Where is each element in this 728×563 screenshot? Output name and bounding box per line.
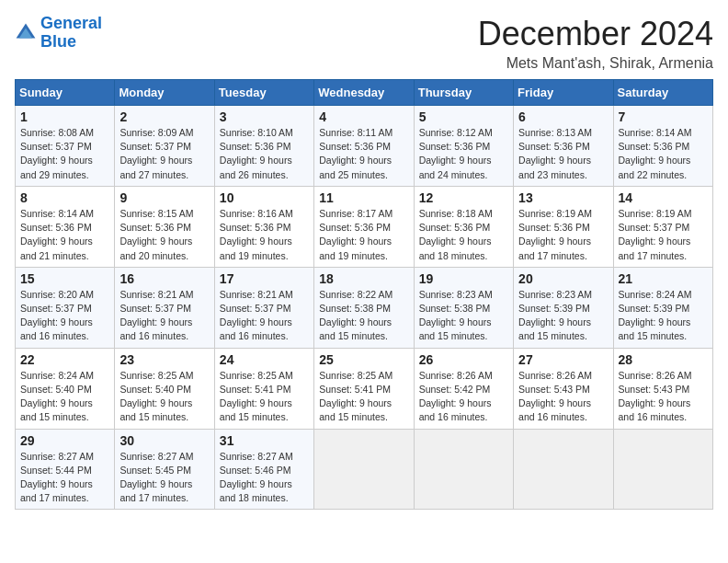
calendar-subtitle: Mets Mant'ash, Shirak, Armenia <box>478 55 713 72</box>
day-number: 9 <box>119 190 209 205</box>
day-number: 6 <box>518 109 608 124</box>
calendar-title: December 2024 <box>478 15 713 53</box>
calendar-cell <box>414 429 513 510</box>
calendar-cell: 24Sunrise: 8:25 AMSunset: 5:41 PMDayligh… <box>214 348 313 429</box>
day-number: 28 <box>619 352 708 367</box>
day-info: Sunrise: 8:16 AMSunset: 5:36 PMDaylight:… <box>220 207 309 263</box>
day-info: Sunrise: 8:26 AMSunset: 5:43 PMDaylight:… <box>518 369 608 425</box>
logo: General Blue <box>15 15 102 52</box>
calendar-cell: 15Sunrise: 8:20 AMSunset: 5:37 PMDayligh… <box>16 267 115 348</box>
calendar-header-row: SundayMondayTuesdayWednesdayThursdayFrid… <box>16 80 713 106</box>
header-day-saturday: Saturday <box>613 80 712 106</box>
calendar-cell: 14Sunrise: 8:19 AMSunset: 5:37 PMDayligh… <box>613 186 712 267</box>
header-day-thursday: Thursday <box>414 80 513 106</box>
day-info: Sunrise: 8:23 AMSunset: 5:39 PMDaylight:… <box>518 288 608 344</box>
day-number: 19 <box>419 271 508 286</box>
calendar-cell: 9Sunrise: 8:15 AMSunset: 5:36 PMDaylight… <box>115 186 214 267</box>
day-number: 21 <box>619 271 708 286</box>
header-day-friday: Friday <box>514 80 613 106</box>
calendar-cell: 27Sunrise: 8:26 AMSunset: 5:43 PMDayligh… <box>514 348 613 429</box>
calendar-cell: 21Sunrise: 8:24 AMSunset: 5:39 PMDayligh… <box>613 267 712 348</box>
day-number: 15 <box>20 271 109 286</box>
day-info: Sunrise: 8:21 AMSunset: 5:37 PMDaylight:… <box>220 288 309 344</box>
day-number: 11 <box>319 190 408 205</box>
calendar-cell: 8Sunrise: 8:14 AMSunset: 5:36 PMDaylight… <box>16 186 115 267</box>
day-number: 25 <box>319 352 408 367</box>
day-info: Sunrise: 8:08 AMSunset: 5:37 PMDaylight:… <box>20 126 109 182</box>
calendar-cell: 25Sunrise: 8:25 AMSunset: 5:41 PMDayligh… <box>314 348 414 429</box>
calendar-cell: 18Sunrise: 8:22 AMSunset: 5:38 PMDayligh… <box>314 267 414 348</box>
calendar-cell: 22Sunrise: 8:24 AMSunset: 5:40 PMDayligh… <box>16 348 115 429</box>
week-row-4: 22Sunrise: 8:24 AMSunset: 5:40 PMDayligh… <box>16 348 713 429</box>
day-number: 31 <box>220 433 309 448</box>
day-info: Sunrise: 8:21 AMSunset: 5:37 PMDaylight:… <box>119 288 209 344</box>
day-info: Sunrise: 8:27 AMSunset: 5:46 PMDaylight:… <box>220 450 309 506</box>
day-info: Sunrise: 8:10 AMSunset: 5:36 PMDaylight:… <box>220 126 309 182</box>
week-row-5: 29Sunrise: 8:27 AMSunset: 5:44 PMDayligh… <box>16 429 713 510</box>
day-info: Sunrise: 8:20 AMSunset: 5:37 PMDaylight:… <box>20 288 109 344</box>
day-info: Sunrise: 8:24 AMSunset: 5:39 PMDaylight:… <box>619 288 708 344</box>
calendar-cell: 31Sunrise: 8:27 AMSunset: 5:46 PMDayligh… <box>214 429 313 510</box>
header-day-wednesday: Wednesday <box>314 80 414 106</box>
calendar-cell: 13Sunrise: 8:19 AMSunset: 5:36 PMDayligh… <box>514 186 613 267</box>
day-info: Sunrise: 8:19 AMSunset: 5:36 PMDaylight:… <box>518 207 608 263</box>
header-day-monday: Monday <box>115 80 214 106</box>
day-number: 18 <box>319 271 408 286</box>
day-number: 14 <box>619 190 708 205</box>
day-number: 13 <box>518 190 608 205</box>
calendar-cell: 11Sunrise: 8:17 AMSunset: 5:36 PMDayligh… <box>314 186 414 267</box>
day-info: Sunrise: 8:26 AMSunset: 5:42 PMDaylight:… <box>419 369 508 425</box>
calendar-cell: 5Sunrise: 8:12 AMSunset: 5:36 PMDaylight… <box>414 106 513 187</box>
day-number: 20 <box>518 271 608 286</box>
day-number: 7 <box>619 109 708 124</box>
day-number: 8 <box>20 190 109 205</box>
week-row-2: 8Sunrise: 8:14 AMSunset: 5:36 PMDaylight… <box>16 186 713 267</box>
calendar-table: SundayMondayTuesdayWednesdayThursdayFrid… <box>15 79 713 510</box>
day-number: 29 <box>20 433 109 448</box>
day-number: 27 <box>518 352 608 367</box>
calendar-cell: 28Sunrise: 8:26 AMSunset: 5:43 PMDayligh… <box>613 348 712 429</box>
calendar-cell: 1Sunrise: 8:08 AMSunset: 5:37 PMDaylight… <box>16 106 115 187</box>
day-number: 16 <box>119 271 209 286</box>
logo-text: General Blue <box>40 15 102 52</box>
calendar-body: 1Sunrise: 8:08 AMSunset: 5:37 PMDaylight… <box>16 106 713 510</box>
calendar-cell: 26Sunrise: 8:26 AMSunset: 5:42 PMDayligh… <box>414 348 513 429</box>
day-info: Sunrise: 8:11 AMSunset: 5:36 PMDaylight:… <box>319 126 408 182</box>
day-number: 4 <box>319 109 408 124</box>
day-number: 22 <box>20 352 109 367</box>
calendar-cell: 12Sunrise: 8:18 AMSunset: 5:36 PMDayligh… <box>414 186 513 267</box>
calendar-cell: 17Sunrise: 8:21 AMSunset: 5:37 PMDayligh… <box>214 267 313 348</box>
day-info: Sunrise: 8:27 AMSunset: 5:45 PMDaylight:… <box>119 450 209 506</box>
day-info: Sunrise: 8:15 AMSunset: 5:36 PMDaylight:… <box>119 207 209 263</box>
day-number: 5 <box>419 109 508 124</box>
calendar-cell: 23Sunrise: 8:25 AMSunset: 5:40 PMDayligh… <box>115 348 214 429</box>
calendar-cell <box>613 429 712 510</box>
day-number: 24 <box>220 352 309 367</box>
day-number: 3 <box>220 109 309 124</box>
calendar-cell: 29Sunrise: 8:27 AMSunset: 5:44 PMDayligh… <box>16 429 115 510</box>
calendar-cell <box>314 429 414 510</box>
title-block: December 2024 Mets Mant'ash, Shirak, Arm… <box>478 15 713 72</box>
calendar-cell: 16Sunrise: 8:21 AMSunset: 5:37 PMDayligh… <box>115 267 214 348</box>
day-number: 10 <box>220 190 309 205</box>
calendar-cell: 4Sunrise: 8:11 AMSunset: 5:36 PMDaylight… <box>314 106 414 187</box>
day-info: Sunrise: 8:14 AMSunset: 5:36 PMDaylight:… <box>20 207 109 263</box>
header-day-sunday: Sunday <box>16 80 115 106</box>
day-info: Sunrise: 8:25 AMSunset: 5:41 PMDaylight:… <box>220 369 309 425</box>
day-info: Sunrise: 8:12 AMSunset: 5:36 PMDaylight:… <box>419 126 508 182</box>
day-info: Sunrise: 8:09 AMSunset: 5:37 PMDaylight:… <box>119 126 209 182</box>
calendar-cell: 19Sunrise: 8:23 AMSunset: 5:38 PMDayligh… <box>414 267 513 348</box>
calendar-cell: 3Sunrise: 8:10 AMSunset: 5:36 PMDaylight… <box>214 106 313 187</box>
day-info: Sunrise: 8:24 AMSunset: 5:40 PMDaylight:… <box>20 369 109 425</box>
day-info: Sunrise: 8:25 AMSunset: 5:41 PMDaylight:… <box>319 369 408 425</box>
calendar-cell: 2Sunrise: 8:09 AMSunset: 5:37 PMDaylight… <box>115 106 214 187</box>
calendar-cell <box>514 429 613 510</box>
page-header: General Blue December 2024 Mets Mant'ash… <box>15 15 713 72</box>
day-number: 23 <box>119 352 209 367</box>
day-info: Sunrise: 8:22 AMSunset: 5:38 PMDaylight:… <box>319 288 408 344</box>
day-number: 30 <box>119 433 209 448</box>
week-row-1: 1Sunrise: 8:08 AMSunset: 5:37 PMDaylight… <box>16 106 713 187</box>
day-info: Sunrise: 8:13 AMSunset: 5:36 PMDaylight:… <box>518 126 608 182</box>
day-info: Sunrise: 8:17 AMSunset: 5:36 PMDaylight:… <box>319 207 408 263</box>
calendar-cell: 10Sunrise: 8:16 AMSunset: 5:36 PMDayligh… <box>214 186 313 267</box>
